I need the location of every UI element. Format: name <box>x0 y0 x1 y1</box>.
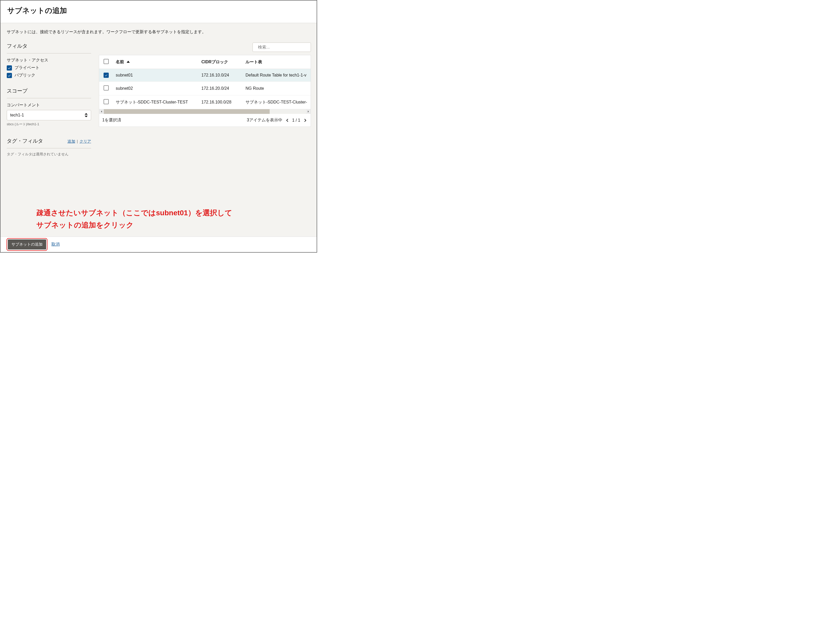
tag-filter-empty: タグ・フィルタは適用されていません <box>7 152 91 156</box>
compartment-value: tech1-1 <box>10 113 24 118</box>
cell-route: Default Route Table for tech1-1-v <box>243 69 311 82</box>
cell-name: サブネット-SDDC-TEST-Cluster-TEST <box>113 95 199 109</box>
scroll-thumb[interactable] <box>104 109 270 114</box>
row-checkbox[interactable] <box>104 73 109 78</box>
page-description: サブネットには、接続できるリソースが含まれます。ワークフローで更新する各サブネッ… <box>7 29 311 35</box>
search-box[interactable] <box>252 43 311 52</box>
pagination: 3アイテムを表示中 1 / 1 <box>247 118 307 123</box>
tag-add-link[interactable]: 追加 <box>68 139 75 143</box>
selected-count: 1を選択済 <box>102 118 121 123</box>
cell-name: subnet02 <box>113 82 199 95</box>
checkbox-private[interactable]: プライベート <box>7 65 91 71</box>
subnet-table: 名前 CIDRブロック ルート表 <box>99 55 311 127</box>
checkbox-public-box[interactable] <box>7 73 12 78</box>
footer: サブネットの追加 取消 <box>0 236 316 252</box>
tag-clear-link[interactable]: クリア <box>80 139 91 143</box>
annotation-text: 疎通させたいサブネット（ここではsubnet01）を選択して サブネットの追加を… <box>36 207 232 232</box>
compartment-label: コンパートメント <box>7 103 91 108</box>
select-chevrons-icon <box>84 113 88 117</box>
table-row[interactable]: subnet01 172.16.10.0/24 Default Route Ta… <box>99 69 311 82</box>
checkbox-public-label: パブリック <box>15 73 35 78</box>
tag-separator: | <box>77 139 78 143</box>
sort-asc-icon <box>127 60 130 64</box>
cell-name: subnet01 <box>113 69 199 82</box>
scroll-track[interactable] <box>104 109 306 114</box>
tag-filter-links: 追加 | クリア <box>68 139 91 144</box>
table-row[interactable]: サブネット-SDDC-TEST-Cluster-TEST 172.16.100.… <box>99 95 311 109</box>
search-input[interactable] <box>258 45 310 49</box>
row-checkbox[interactable] <box>104 99 109 104</box>
table-row[interactable]: subnet02 172.16.20.0/24 NG Route <box>99 82 311 95</box>
cell-cidr: 172.16.10.0/24 <box>199 69 243 82</box>
page-indicator: 1 / 1 <box>292 118 300 123</box>
page-next-button[interactable] <box>303 118 307 123</box>
column-route[interactable]: ルート表 <box>243 55 311 69</box>
tag-filter-title: タグ・フィルタ <box>7 138 43 144</box>
item-count: 3アイテムを表示中 <box>247 118 283 123</box>
cell-route: サブネット-SDDC-TEST-Cluster- <box>243 95 311 109</box>
select-all-checkbox[interactable] <box>104 59 109 64</box>
horizontal-scrollbar[interactable] <box>99 109 311 114</box>
cell-cidr: 172.16.20.0/24 <box>199 82 243 95</box>
compartment-path: sbcs (ルート)/tech1-1 <box>7 122 91 127</box>
column-name[interactable]: 名前 <box>113 55 199 69</box>
scroll-right-icon[interactable] <box>306 109 311 114</box>
row-checkbox[interactable] <box>104 85 109 90</box>
add-subnet-button[interactable]: サブネットの追加 <box>8 239 46 250</box>
page-title: サブネットの追加 <box>7 6 310 15</box>
checkbox-public[interactable]: パブリック <box>7 73 91 78</box>
cell-route: NG Route <box>243 82 311 95</box>
scope-section-title: スコープ <box>7 87 91 98</box>
scroll-left-icon[interactable] <box>99 109 104 114</box>
checkbox-private-label: プライベート <box>15 65 40 71</box>
checkbox-private-box[interactable] <box>7 65 12 71</box>
cell-cidr: 172.16.100.0/28 <box>199 95 243 109</box>
cancel-link[interactable]: 取消 <box>51 242 60 247</box>
column-cidr[interactable]: CIDRブロック <box>199 55 243 69</box>
filter-section-title: フィルタ <box>7 43 91 54</box>
subnet-access-label: サブネット・アクセス <box>7 58 91 63</box>
compartment-select[interactable]: tech1-1 <box>7 110 91 120</box>
page-prev-button[interactable] <box>285 118 290 123</box>
